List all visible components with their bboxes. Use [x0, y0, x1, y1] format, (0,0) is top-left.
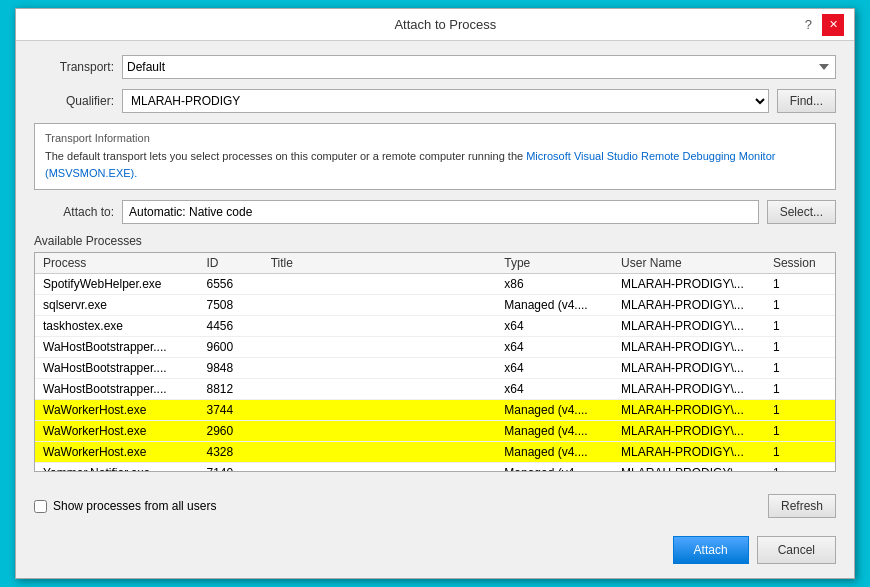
table-cell: [263, 400, 497, 421]
col-header-process: Process: [35, 253, 199, 274]
action-buttons: Attach Cancel: [16, 526, 854, 578]
title-bar: Attach to Process ? ✕: [16, 9, 854, 41]
table-cell: MLARAH-PRODIGY\...: [613, 274, 765, 295]
table-cell: Managed (v4....: [496, 295, 613, 316]
table-cell: [263, 379, 497, 400]
table-row[interactable]: WaHostBootstrapper....8812x64MLARAH-PROD…: [35, 379, 835, 400]
available-processes-box: Process ID Title Type User Name Session …: [34, 252, 836, 472]
refresh-button[interactable]: Refresh: [768, 494, 836, 518]
table-cell: x64: [496, 358, 613, 379]
table-cell: Managed (v4....: [496, 442, 613, 463]
help-button[interactable]: ?: [805, 14, 812, 36]
qualifier-select[interactable]: MLARAH-PRODIGY: [122, 89, 769, 113]
table-cell: MLARAH-PRODIGY\...: [613, 379, 765, 400]
table-cell: 1: [765, 316, 835, 337]
attach-to-input: [122, 200, 759, 224]
table-cell: Managed (v4....: [496, 421, 613, 442]
table-row[interactable]: SpotifyWebHelper.exe6556x86MLARAH-PRODIG…: [35, 274, 835, 295]
table-cell: WaWorkerHost.exe: [35, 421, 199, 442]
attach-to-row: Attach to: Select...: [34, 200, 836, 224]
table-cell: 1: [765, 442, 835, 463]
table-row[interactable]: WaHostBootstrapper....9600x64MLARAH-PROD…: [35, 337, 835, 358]
table-cell: [263, 316, 497, 337]
find-button[interactable]: Find...: [777, 89, 836, 113]
table-cell: taskhostex.exe: [35, 316, 199, 337]
col-header-id: ID: [199, 253, 263, 274]
table-cell: 1: [765, 295, 835, 316]
cancel-button[interactable]: Cancel: [757, 536, 836, 564]
available-processes-label: Available Processes: [34, 234, 836, 248]
table-cell: x64: [496, 316, 613, 337]
col-header-type: Type: [496, 253, 613, 274]
close-button[interactable]: ✕: [822, 14, 844, 36]
table-row[interactable]: WaWorkerHost.exe3744Managed (v4....MLARA…: [35, 400, 835, 421]
table-cell: MLARAH-PRODIGY\...: [613, 463, 765, 472]
table-cell: [263, 463, 497, 472]
qualifier-label: Qualifier:: [34, 94, 114, 108]
table-cell: [263, 337, 497, 358]
transport-row: Transport: Default: [34, 55, 836, 79]
transport-info-before: The default transport lets you select pr…: [45, 150, 526, 162]
table-cell: [263, 421, 497, 442]
transport-label: Transport:: [34, 60, 114, 74]
table-cell: 1: [765, 358, 835, 379]
table-row[interactable]: taskhostex.exe4456x64MLARAH-PRODIGY\...1: [35, 316, 835, 337]
show-all-users-label[interactable]: Show processes from all users: [53, 499, 216, 513]
table-cell: WaWorkerHost.exe: [35, 442, 199, 463]
table-cell: 9600: [199, 337, 263, 358]
table-cell: MLARAH-PRODIGY\...: [613, 337, 765, 358]
table-cell: WaWorkerHost.exe: [35, 400, 199, 421]
available-processes-section: Available Processes Process ID Title Typ…: [34, 234, 836, 472]
dialog-content: Transport: Default Qualifier: MLARAH-PRO…: [16, 41, 854, 486]
table-cell: MLARAH-PRODIGY\...: [613, 295, 765, 316]
table-row[interactable]: WaHostBootstrapper....9848x64MLARAH-PROD…: [35, 358, 835, 379]
table-cell: 4456: [199, 316, 263, 337]
table-row[interactable]: WaWorkerHost.exe2960Managed (v4....MLARA…: [35, 421, 835, 442]
table-cell: Managed (v4....: [496, 400, 613, 421]
table-cell: 1: [765, 379, 835, 400]
table-cell: WaHostBootstrapper....: [35, 379, 199, 400]
table-cell: MLARAH-PRODIGY\...: [613, 316, 765, 337]
table-row[interactable]: WaWorkerHost.exe4328Managed (v4....MLARA…: [35, 442, 835, 463]
attach-to-label: Attach to:: [34, 205, 114, 219]
table-cell: 1: [765, 463, 835, 472]
transport-select[interactable]: Default: [122, 55, 836, 79]
bottom-bar: Show processes from all users Refresh: [16, 486, 854, 526]
table-cell: x64: [496, 337, 613, 358]
table-cell: [263, 358, 497, 379]
table-cell: 7140: [199, 463, 263, 472]
table-cell: 1: [765, 421, 835, 442]
table-cell: WaHostBootstrapper....: [35, 337, 199, 358]
process-table: Process ID Title Type User Name Session …: [35, 253, 835, 471]
col-header-session: Session: [765, 253, 835, 274]
table-cell: 7508: [199, 295, 263, 316]
table-cell: SpotifyWebHelper.exe: [35, 274, 199, 295]
table-header-row: Process ID Title Type User Name Session: [35, 253, 835, 274]
table-cell: x86: [496, 274, 613, 295]
table-row[interactable]: sqlservr.exe7508Managed (v4....MLARAH-PR…: [35, 295, 835, 316]
show-all-users-row: Show processes from all users: [34, 499, 216, 513]
dialog-title: Attach to Process: [86, 17, 805, 32]
table-cell: 9848: [199, 358, 263, 379]
table-cell: [263, 295, 497, 316]
show-all-users-checkbox[interactable]: [34, 500, 47, 513]
table-cell: WaHostBootstrapper....: [35, 358, 199, 379]
table-cell: [263, 442, 497, 463]
table-cell: 4328: [199, 442, 263, 463]
table-cell: MLARAH-PRODIGY\...: [613, 358, 765, 379]
select-button[interactable]: Select...: [767, 200, 836, 224]
table-cell: 8812: [199, 379, 263, 400]
table-cell: 3744: [199, 400, 263, 421]
transport-info-title: Transport Information: [45, 132, 825, 144]
table-row[interactable]: Yammer.Notifier.exe7140Managed (v4....ML…: [35, 463, 835, 472]
col-header-title: Title: [263, 253, 497, 274]
table-cell: [263, 274, 497, 295]
table-cell: sqlservr.exe: [35, 295, 199, 316]
process-table-scroll[interactable]: Process ID Title Type User Name Session …: [35, 253, 835, 471]
table-cell: 6556: [199, 274, 263, 295]
table-cell: 2960: [199, 421, 263, 442]
attach-button[interactable]: Attach: [673, 536, 749, 564]
qualifier-row: Qualifier: MLARAH-PRODIGY Find...: [34, 89, 836, 113]
table-cell: 1: [765, 400, 835, 421]
table-cell: Yammer.Notifier.exe: [35, 463, 199, 472]
